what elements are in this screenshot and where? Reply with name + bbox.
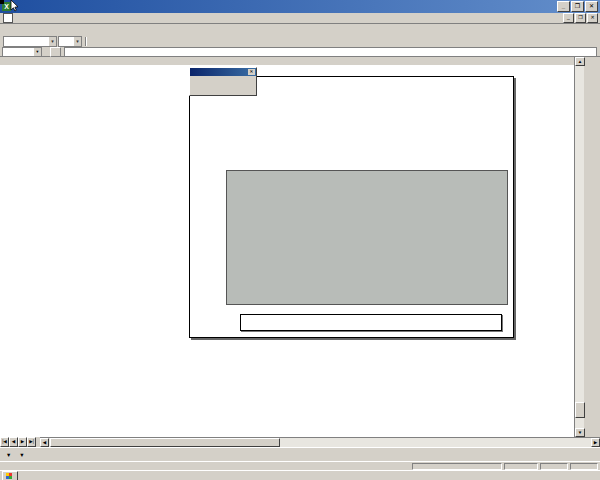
embedded-chart[interactable] bbox=[189, 76, 514, 338]
close-button[interactable]: ✕ bbox=[585, 1, 598, 12]
windows-flag-icon bbox=[6, 473, 12, 479]
active-cell-selection[interactable] bbox=[0, 0, 4, 4]
tekxl-close-icon[interactable]: ✕ bbox=[248, 69, 255, 75]
mouse-cursor-icon bbox=[10, 0, 19, 12]
horizontal-scroll-thumb[interactable] bbox=[50, 438, 280, 447]
formula-input[interactable] bbox=[64, 47, 597, 57]
scroll-left-icon[interactable]: ◀ bbox=[40, 438, 49, 447]
status-panel bbox=[412, 463, 502, 470]
font-size-combo[interactable]: ▾ bbox=[58, 36, 82, 47]
scroll-down-icon[interactable]: ▼ bbox=[575, 428, 585, 437]
edit-formula-button[interactable] bbox=[50, 47, 61, 57]
drawing-toolbar: ▾ ▾ bbox=[0, 447, 600, 461]
autoshapes-menu-button[interactable]: ▾ bbox=[17, 451, 26, 459]
vertical-scrollbar[interactable]: ▲ ▼ bbox=[574, 57, 584, 437]
excel-window: X _ ❐ ✕ _ ❐ ✕ ▾ ▾ ▾ bbox=[0, 0, 600, 480]
vertical-scroll-thumb[interactable] bbox=[575, 402, 585, 418]
minimize-button[interactable]: _ bbox=[557, 1, 570, 12]
status-bar bbox=[0, 461, 600, 470]
maximize-button[interactable]: ❐ bbox=[571, 1, 584, 12]
prev-sheet-icon[interactable]: ◀ bbox=[9, 437, 18, 447]
workbook-icon bbox=[3, 13, 13, 23]
taskbar bbox=[0, 470, 600, 480]
status-panel bbox=[570, 463, 598, 470]
workbook-close-button[interactable]: ✕ bbox=[587, 13, 598, 23]
status-panel bbox=[540, 463, 568, 470]
workbook-minimize-button[interactable]: _ bbox=[563, 13, 574, 23]
title-bar: X _ ❐ ✕ bbox=[0, 0, 600, 13]
tekxl-buttons bbox=[190, 76, 256, 80]
tekxl-title-bar: ✕ bbox=[190, 68, 256, 76]
scroll-up-icon[interactable]: ▲ bbox=[575, 57, 585, 66]
scroll-right-icon[interactable]: ▶ bbox=[591, 438, 600, 447]
first-sheet-icon[interactable]: |◀ bbox=[0, 437, 9, 447]
chart-plot-area bbox=[226, 170, 508, 305]
standard-toolbar bbox=[0, 24, 600, 36]
sheet-tabs-row: |◀ ◀ ▶ ▶| ◀ ▶ bbox=[0, 437, 600, 447]
workbook-restore-button[interactable]: ❐ bbox=[575, 13, 586, 23]
numlock-indicator bbox=[504, 463, 538, 470]
formatting-toolbar: ▾ ▾ bbox=[0, 36, 600, 47]
last-sheet-icon[interactable]: ▶| bbox=[27, 437, 36, 447]
name-box[interactable]: ▾ bbox=[2, 47, 42, 57]
font-name-combo[interactable]: ▾ bbox=[3, 36, 57, 47]
horizontal-scrollbar[interactable]: ◀ ▶ bbox=[40, 437, 600, 447]
draw-menu-button[interactable]: ▾ bbox=[4, 451, 13, 459]
menu-bar: _ ❐ ✕ bbox=[0, 13, 600, 24]
formula-bar: ▾ bbox=[0, 47, 600, 57]
chart-legend bbox=[240, 314, 502, 331]
next-sheet-icon[interactable]: ▶ bbox=[18, 437, 27, 447]
tekxl-toolbar[interactable]: ✕ bbox=[189, 67, 257, 96]
start-button[interactable] bbox=[2, 471, 18, 480]
